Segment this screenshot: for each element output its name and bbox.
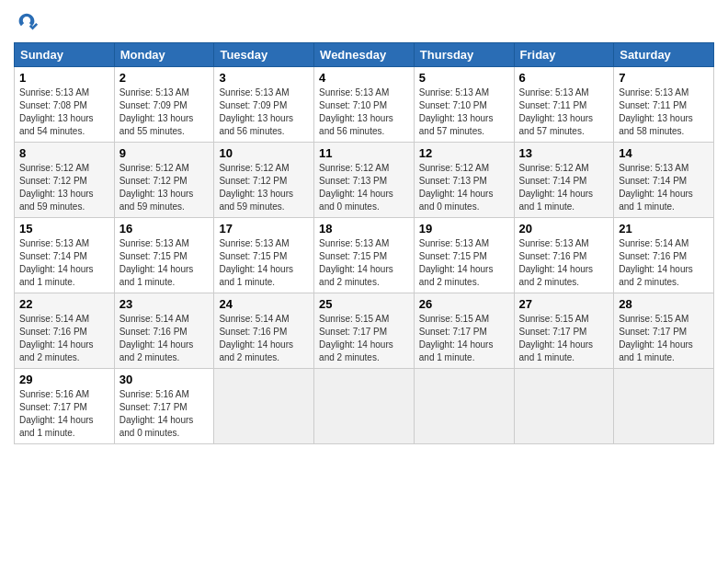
calendar-cell (514, 369, 614, 444)
day-info: Sunrise: 5:14 AMSunset: 7:16 PMDaylight:… (119, 314, 194, 362)
calendar-cell (314, 369, 415, 444)
calendar-cell: 7Sunrise: 5:13 AMSunset: 7:11 PMDaylight… (614, 67, 714, 143)
calendar-cell (614, 369, 714, 444)
calendar-cell (214, 369, 314, 444)
day-number: 20 (519, 222, 609, 236)
calendar-cell: 30Sunrise: 5:16 AMSunset: 7:17 PMDayligh… (114, 369, 214, 444)
calendar-cell: 16Sunrise: 5:13 AMSunset: 7:15 PMDayligh… (114, 218, 214, 293)
day-info: Sunrise: 5:13 AMSunset: 7:09 PMDaylight:… (219, 87, 293, 136)
calendar-cell: 23Sunrise: 5:14 AMSunset: 7:16 PMDayligh… (114, 293, 214, 369)
day-info: Sunrise: 5:13 AMSunset: 7:09 PMDaylight:… (119, 87, 194, 136)
calendar-cell: 17Sunrise: 5:13 AMSunset: 7:15 PMDayligh… (214, 218, 314, 293)
day-number: 25 (319, 297, 409, 311)
calendar-cell: 15Sunrise: 5:13 AMSunset: 7:14 PMDayligh… (15, 218, 115, 293)
day-info: Sunrise: 5:13 AMSunset: 7:15 PMDaylight:… (319, 238, 393, 287)
day-info: Sunrise: 5:15 AMSunset: 7:17 PMDaylight:… (619, 314, 693, 362)
day-info: Sunrise: 5:14 AMSunset: 7:16 PMDaylight:… (619, 238, 693, 287)
calendar-cell: 24Sunrise: 5:14 AMSunset: 7:16 PMDayligh… (214, 293, 314, 369)
day-number: 27 (519, 297, 609, 311)
day-info: Sunrise: 5:13 AMSunset: 7:10 PMDaylight:… (419, 87, 494, 136)
calendar-cell: 12Sunrise: 5:12 AMSunset: 7:13 PMDayligh… (414, 143, 514, 218)
day-number: 17 (219, 222, 309, 236)
day-number: 13 (519, 146, 609, 160)
day-number: 16 (119, 222, 210, 236)
calendar-cell: 26Sunrise: 5:15 AMSunset: 7:17 PMDayligh… (414, 293, 514, 369)
calendar-day-header: Thursday (414, 43, 514, 67)
day-info: Sunrise: 5:12 AMSunset: 7:13 PMDaylight:… (419, 163, 494, 212)
calendar-cell: 8Sunrise: 5:12 AMSunset: 7:12 PMDaylight… (15, 143, 115, 218)
day-number: 23 (119, 297, 210, 311)
day-number: 29 (19, 373, 109, 386)
day-info: Sunrise: 5:13 AMSunset: 7:14 PMDaylight:… (619, 163, 693, 212)
calendar-day-header: Friday (514, 43, 614, 67)
day-info: Sunrise: 5:15 AMSunset: 7:17 PMDaylight:… (519, 314, 594, 362)
calendar-header-row: SundayMondayTuesdayWednesdayThursdayFrid… (15, 43, 714, 67)
day-info: Sunrise: 5:14 AMSunset: 7:16 PMDaylight:… (219, 314, 293, 362)
day-info: Sunrise: 5:13 AMSunset: 7:11 PMDaylight:… (519, 87, 594, 136)
calendar-cell: 5Sunrise: 5:13 AMSunset: 7:10 PMDaylight… (414, 67, 514, 143)
day-info: Sunrise: 5:12 AMSunset: 7:13 PMDaylight:… (319, 163, 393, 212)
calendar-cell: 28Sunrise: 5:15 AMSunset: 7:17 PMDayligh… (614, 293, 714, 369)
day-info: Sunrise: 5:12 AMSunset: 7:12 PMDaylight:… (119, 163, 194, 212)
calendar-cell: 29Sunrise: 5:16 AMSunset: 7:17 PMDayligh… (15, 369, 115, 444)
day-info: Sunrise: 5:13 AMSunset: 7:11 PMDaylight:… (619, 87, 693, 136)
page-container: SundayMondayTuesdayWednesdayThursdayFrid… (0, 0, 728, 454)
day-info: Sunrise: 5:15 AMSunset: 7:17 PMDaylight:… (419, 314, 494, 362)
page-header (14, 9, 714, 35)
day-info: Sunrise: 5:15 AMSunset: 7:17 PMDaylight:… (319, 314, 393, 362)
day-info: Sunrise: 5:16 AMSunset: 7:17 PMDaylight:… (19, 389, 94, 438)
day-number: 3 (219, 71, 309, 85)
calendar-cell: 27Sunrise: 5:15 AMSunset: 7:17 PMDayligh… (514, 293, 614, 369)
day-info: Sunrise: 5:13 AMSunset: 7:15 PMDaylight:… (219, 238, 293, 287)
day-number: 19 (419, 222, 509, 236)
calendar-cell: 14Sunrise: 5:13 AMSunset: 7:14 PMDayligh… (614, 143, 714, 218)
calendar-cell: 10Sunrise: 5:12 AMSunset: 7:12 PMDayligh… (214, 143, 314, 218)
day-number: 18 (319, 222, 409, 236)
calendar-day-header: Tuesday (214, 43, 314, 67)
calendar-cell: 2Sunrise: 5:13 AMSunset: 7:09 PMDaylight… (114, 67, 214, 143)
day-info: Sunrise: 5:13 AMSunset: 7:15 PMDaylight:… (419, 238, 494, 287)
calendar-cell: 18Sunrise: 5:13 AMSunset: 7:15 PMDayligh… (314, 218, 415, 293)
day-info: Sunrise: 5:13 AMSunset: 7:08 PMDaylight:… (19, 87, 94, 136)
day-info: Sunrise: 5:13 AMSunset: 7:14 PMDaylight:… (19, 238, 94, 287)
day-info: Sunrise: 5:14 AMSunset: 7:16 PMDaylight:… (19, 314, 94, 362)
day-number: 10 (219, 146, 309, 160)
calendar-cell: 9Sunrise: 5:12 AMSunset: 7:12 PMDaylight… (114, 143, 214, 218)
calendar-day-header: Saturday (614, 43, 714, 67)
logo (14, 9, 43, 35)
day-number: 4 (319, 71, 409, 85)
day-number: 12 (419, 146, 509, 160)
calendar-day-header: Monday (114, 43, 214, 67)
day-number: 6 (519, 71, 609, 85)
calendar-table: SundayMondayTuesdayWednesdayThursdayFrid… (14, 42, 714, 444)
day-info: Sunrise: 5:12 AMSunset: 7:12 PMDaylight:… (219, 163, 293, 212)
day-info: Sunrise: 5:12 AMSunset: 7:14 PMDaylight:… (519, 163, 594, 212)
calendar-cell: 1Sunrise: 5:13 AMSunset: 7:08 PMDaylight… (15, 67, 115, 143)
day-number: 8 (19, 146, 109, 160)
day-info: Sunrise: 5:13 AMSunset: 7:16 PMDaylight:… (519, 238, 594, 287)
calendar-cell: 11Sunrise: 5:12 AMSunset: 7:13 PMDayligh… (314, 143, 415, 218)
day-number: 24 (219, 297, 309, 311)
calendar-cell: 20Sunrise: 5:13 AMSunset: 7:16 PMDayligh… (514, 218, 614, 293)
day-number: 1 (19, 71, 109, 85)
calendar-day-header: Wednesday (314, 43, 415, 67)
calendar-cell (414, 369, 514, 444)
day-number: 21 (619, 222, 709, 236)
calendar-cell: 13Sunrise: 5:12 AMSunset: 7:14 PMDayligh… (514, 143, 614, 218)
day-info: Sunrise: 5:16 AMSunset: 7:17 PMDaylight:… (119, 389, 194, 438)
calendar-cell: 21Sunrise: 5:14 AMSunset: 7:16 PMDayligh… (614, 218, 714, 293)
calendar-cell: 22Sunrise: 5:14 AMSunset: 7:16 PMDayligh… (15, 293, 115, 369)
day-number: 5 (419, 71, 509, 85)
calendar-day-header: Sunday (15, 43, 115, 67)
calendar-cell: 3Sunrise: 5:13 AMSunset: 7:09 PMDaylight… (214, 67, 314, 143)
calendar-cell: 19Sunrise: 5:13 AMSunset: 7:15 PMDayligh… (414, 218, 514, 293)
day-number: 2 (119, 71, 210, 85)
day-number: 14 (619, 146, 709, 160)
calendar-cell: 6Sunrise: 5:13 AMSunset: 7:11 PMDaylight… (514, 67, 614, 143)
day-info: Sunrise: 5:12 AMSunset: 7:12 PMDaylight:… (19, 163, 94, 212)
day-number: 22 (19, 297, 109, 311)
day-number: 7 (619, 71, 709, 85)
day-number: 28 (619, 297, 709, 311)
day-number: 11 (319, 146, 409, 160)
day-number: 15 (19, 222, 109, 236)
